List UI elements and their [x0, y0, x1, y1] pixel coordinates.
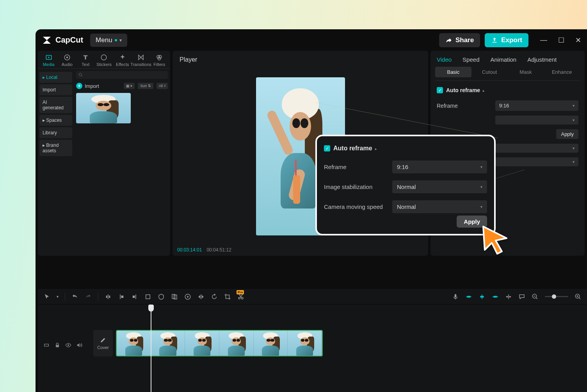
cover-button[interactable]: Cover — [93, 330, 113, 356]
svg-point-24 — [68, 344, 69, 346]
zoom-slider[interactable] — [545, 296, 568, 297]
mask-tool[interactable] — [158, 293, 165, 300]
tab-audio[interactable]: Audio — [58, 54, 76, 67]
side-item-import[interactable]: Import — [39, 84, 72, 95]
zoom-out-button[interactable] — [532, 293, 539, 300]
playhead-handle[interactable] — [148, 305, 154, 312]
left-panel: Media Audio Text Stickers Effects Transi… — [38, 51, 170, 256]
rotate-tool[interactable] — [211, 293, 218, 300]
popup-checkbox[interactable]: ✓ — [324, 145, 330, 151]
svg-point-18 — [493, 296, 493, 297]
svg-point-7 — [79, 73, 82, 76]
app-window: CapCut Menu ▾ Share Export — ☐ ✕ Media A… — [36, 29, 587, 392]
svg-point-3 — [101, 55, 107, 60]
playhead[interactable] — [151, 305, 151, 392]
minimize-button[interactable]: — — [540, 36, 547, 45]
select-dropdown[interactable]: ▾ — [57, 294, 59, 299]
side-item-ai[interactable]: AI generated — [39, 97, 72, 113]
export-button[interactable]: Export — [485, 33, 528, 47]
side-item-spaces[interactable]: ▸ Spaces — [39, 115, 72, 126]
select-tool[interactable] — [43, 293, 50, 300]
popup-stab-dropdown[interactable]: Normal▾ — [392, 180, 487, 193]
media-thumbnail[interactable] — [76, 93, 131, 123]
zoom-in-button[interactable] — [575, 293, 582, 300]
close-button[interactable]: ✕ — [575, 36, 581, 45]
tab-text[interactable]: Text — [76, 54, 94, 67]
crop-tool[interactable] — [144, 293, 151, 300]
popup-speed-label: Camera moving speed — [324, 203, 392, 210]
split-tool[interactable] — [105, 293, 112, 300]
filter-all-button[interactable]: All ߷ — [157, 83, 168, 89]
speed-tool[interactable] — [184, 293, 191, 300]
sort-button[interactable]: Sort ⇅ — [138, 83, 153, 89]
share-button[interactable]: Share — [439, 33, 480, 47]
chat-tool[interactable] — [518, 293, 525, 300]
mirror-tool[interactable] — [197, 293, 205, 300]
crop-ratio-tool[interactable] — [224, 293, 231, 300]
video-clip[interactable] — [116, 330, 323, 356]
maximize-button[interactable]: ☐ — [558, 36, 564, 45]
tab-stickers[interactable]: Stickers — [95, 54, 113, 67]
prop-tab-animation[interactable]: Animation — [490, 56, 516, 63]
side-nav: ▸ Local Import AI generated ▸ Spaces Lib… — [38, 69, 74, 256]
duplicate-tool[interactable] — [171, 293, 178, 300]
side-item-brand[interactable]: ▸ Brand assets — [39, 140, 72, 156]
sub-tab-mask[interactable]: Mask — [508, 67, 544, 77]
timeline-body[interactable]: Cover — [38, 305, 587, 392]
player-title: Player — [173, 51, 428, 69]
auto-reframe-header[interactable]: ✓ Auto reframe ▴ — [437, 87, 578, 93]
dropdown-hidden-1[interactable]: ▾ — [495, 116, 578, 125]
filters-icon — [156, 54, 163, 61]
trim-left-tool[interactable] — [118, 293, 125, 300]
side-item-library[interactable]: Library — [39, 127, 72, 138]
prop-tab-video[interactable]: Video — [437, 56, 452, 63]
dropdown-hidden-2[interactable]: ▾ — [495, 144, 578, 153]
reframe-dropdown[interactable]: 9:16▾ — [495, 100, 578, 111]
current-time: 00:03:14:01 — [177, 247, 202, 253]
track-visibility-icon[interactable] — [65, 342, 71, 350]
search-input[interactable] — [76, 71, 168, 79]
undo-button[interactable] — [71, 293, 78, 300]
auto-reframe-popup: ✓ Auto reframe ▴ Reframe 9:16▾ Image sta… — [315, 135, 496, 235]
track-controls — [43, 342, 82, 350]
prop-tab-speed[interactable]: Speed — [462, 56, 479, 63]
side-item-local[interactable]: ▸ Local — [39, 72, 72, 83]
media-icon — [45, 54, 52, 61]
import-button[interactable]: + Import — [76, 83, 99, 89]
popup-reframe-dropdown[interactable]: 9:16▾ — [392, 160, 487, 173]
menu-button[interactable]: Menu ▾ — [90, 34, 127, 47]
timeline: ▾ Pro — [38, 289, 587, 392]
sub-tab-cutout[interactable]: Cutout — [471, 67, 508, 77]
cursor-pointer-icon — [480, 223, 511, 256]
apply-button-small[interactable]: Apply — [556, 129, 578, 139]
dropdown-hidden-3[interactable]: ▾ — [495, 157, 578, 166]
trim-right-tool[interactable] — [131, 293, 138, 300]
tab-filters[interactable]: Filters — [150, 54, 168, 67]
tab-media[interactable]: Media — [40, 54, 58, 67]
snap-tool-3[interactable] — [492, 293, 499, 300]
popup-header[interactable]: ✓ Auto reframe ▴ — [324, 145, 487, 152]
sub-tab-enhance[interactable]: Enhance — [544, 67, 580, 77]
align-tool[interactable] — [505, 293, 512, 300]
timeline-toolbar: ▾ Pro — [38, 289, 587, 305]
snap-tool-2[interactable] — [478, 293, 486, 300]
popup-reframe-label: Reframe — [324, 164, 392, 170]
view-grid-button[interactable]: ▦ ▾ — [124, 83, 135, 89]
tab-effects[interactable]: Effects — [114, 54, 132, 67]
mic-tool[interactable] — [452, 293, 459, 300]
redo-button[interactable] — [85, 293, 92, 300]
stickers-icon — [100, 54, 107, 61]
prop-tab-adjustment[interactable]: Adjustment — [527, 56, 557, 63]
svg-point-6 — [158, 57, 161, 60]
popup-speed-dropdown[interactable]: Normal▾ — [392, 200, 487, 213]
pro-badge: Pro — [237, 290, 244, 294]
sub-tab-basic[interactable]: Basic — [435, 67, 471, 77]
tab-transitions[interactable]: Transitions — [132, 54, 150, 67]
snap-tool-1[interactable] — [465, 293, 472, 300]
export-icon — [491, 37, 498, 44]
track-mute-icon[interactable] — [76, 342, 82, 350]
auto-reframe-checkbox[interactable]: ✓ — [437, 87, 443, 93]
track-lock-icon[interactable] — [54, 342, 60, 350]
pro-cut-tool[interactable]: Pro — [237, 293, 244, 300]
track-expand-icon[interactable] — [43, 342, 50, 350]
